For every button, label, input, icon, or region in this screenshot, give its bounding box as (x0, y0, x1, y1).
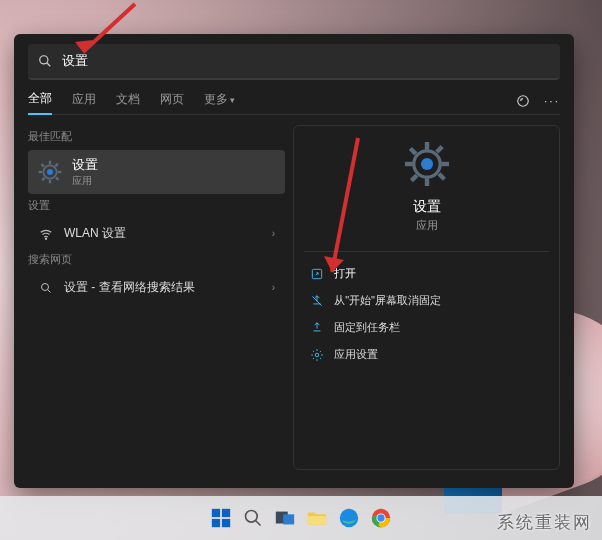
search-icon (38, 282, 54, 294)
svg-rect-40 (283, 514, 294, 524)
action-label: 打开 (334, 266, 356, 281)
search-tabs: 全部 应用 文档 网页 更多▾ ··· (28, 90, 560, 115)
detail-pane: 设置 应用 打开 从"开始"屏幕取消固定 固定到任务栏 应用设置 (293, 125, 560, 470)
open-icon (310, 267, 324, 281)
svg-point-37 (246, 511, 258, 523)
svg-rect-18 (405, 162, 413, 166)
gear-icon (310, 348, 324, 362)
svg-line-1 (47, 63, 51, 67)
action-open[interactable]: 打开 (304, 260, 549, 287)
svg-point-42 (340, 509, 358, 527)
action-label: 固定到任务栏 (334, 320, 400, 335)
chrome-icon[interactable] (368, 505, 394, 531)
search-taskbar-icon[interactable] (240, 505, 266, 531)
svg-rect-5 (39, 171, 43, 173)
search-icon (38, 54, 52, 68)
best-match-title: 设置 (72, 156, 98, 174)
result-web-search[interactable]: 设置 - 查看网络搜索结果 › (28, 273, 285, 302)
svg-rect-34 (222, 509, 230, 517)
svg-rect-22 (435, 145, 444, 154)
search-box[interactable] (28, 44, 560, 80)
svg-rect-35 (212, 519, 220, 527)
more-options-icon[interactable]: ··· (544, 94, 560, 111)
svg-line-15 (48, 289, 51, 292)
svg-point-28 (315, 353, 319, 357)
action-app-settings[interactable]: 应用设置 (304, 341, 549, 368)
svg-rect-9 (54, 163, 58, 167)
svg-point-12 (47, 169, 53, 175)
result-wlan-settings[interactable]: WLAN 设置 › (28, 219, 285, 248)
svg-rect-36 (222, 519, 230, 527)
best-match-subtitle: 应用 (72, 174, 98, 188)
svg-rect-8 (55, 176, 59, 180)
svg-point-45 (377, 514, 384, 521)
svg-point-25 (421, 158, 433, 170)
web-section-label: 搜索网页 (28, 252, 285, 267)
tab-documents[interactable]: 文档 (116, 91, 140, 114)
gear-icon (38, 160, 62, 184)
detail-title: 设置 (304, 198, 549, 216)
action-unpin-start[interactable]: 从"开始"屏幕取消固定 (304, 287, 549, 314)
file-explorer-icon[interactable] (304, 505, 330, 531)
chevron-right-icon: › (272, 228, 275, 239)
action-label: 应用设置 (334, 347, 378, 362)
svg-rect-41 (308, 516, 326, 524)
results-column: 最佳匹配 设置 应用 设置 WLAN 设置 › 搜索网页 (28, 125, 293, 470)
action-label: 从"开始"屏幕取消固定 (334, 293, 441, 308)
svg-rect-4 (49, 180, 51, 184)
svg-rect-21 (437, 172, 446, 181)
settings-section-label: 设置 (28, 198, 285, 213)
detail-subtitle: 应用 (304, 218, 549, 233)
svg-rect-19 (441, 162, 449, 166)
settings-link-icon[interactable] (516, 94, 530, 111)
best-match-item[interactable]: 设置 应用 (28, 150, 285, 194)
tab-apps[interactable]: 应用 (72, 91, 96, 114)
wifi-icon (38, 227, 54, 241)
action-pin-taskbar[interactable]: 固定到任务栏 (304, 314, 549, 341)
pin-icon (310, 321, 324, 335)
svg-rect-7 (41, 163, 45, 167)
svg-point-13 (45, 238, 46, 239)
unpin-icon (310, 294, 324, 308)
svg-point-14 (42, 283, 49, 290)
svg-line-38 (256, 521, 261, 526)
svg-rect-10 (41, 177, 45, 181)
result-label: WLAN 设置 (64, 225, 126, 242)
svg-rect-3 (49, 161, 51, 165)
tab-more[interactable]: 更多▾ (204, 91, 235, 114)
gear-icon (405, 142, 449, 186)
search-input[interactable] (60, 53, 550, 70)
svg-rect-16 (424, 142, 428, 150)
svg-rect-33 (212, 509, 220, 517)
detail-divider (304, 251, 549, 252)
tab-web[interactable]: 网页 (160, 91, 184, 114)
watermark-text: 系统重装网 (497, 511, 592, 534)
edge-icon[interactable] (336, 505, 362, 531)
best-match-label: 最佳匹配 (28, 129, 285, 144)
chevron-down-icon: ▾ (230, 95, 235, 105)
chevron-right-icon: › (272, 282, 275, 293)
start-button[interactable] (208, 505, 234, 531)
task-view-icon[interactable] (272, 505, 298, 531)
svg-point-2 (518, 96, 529, 107)
result-label: 设置 - 查看网络搜索结果 (64, 279, 195, 296)
svg-point-0 (40, 56, 48, 64)
start-search-panel: 全部 应用 文档 网页 更多▾ ··· 最佳匹配 设置 应用 (14, 34, 574, 488)
tab-all[interactable]: 全部 (28, 90, 52, 115)
svg-rect-6 (58, 171, 62, 173)
svg-rect-17 (424, 178, 428, 186)
